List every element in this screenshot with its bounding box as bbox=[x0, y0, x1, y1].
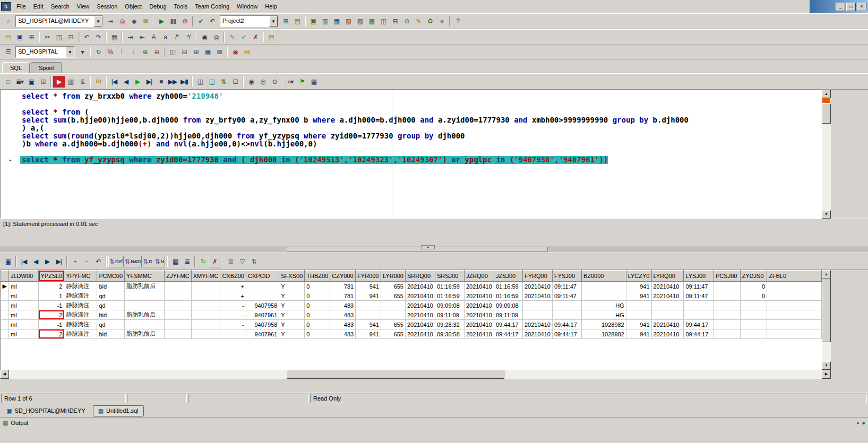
cell-bz0000[interactable]: 1028982 bbox=[581, 320, 626, 329]
cell-sfxs00[interactable]: Y bbox=[279, 329, 305, 339]
cell-xmyfmc[interactable] bbox=[191, 329, 220, 339]
cell-pcmc00[interactable]: qd bbox=[97, 291, 125, 301]
first-record-icon[interactable]: |◀ bbox=[18, 256, 30, 267]
project-combo[interactable]: Project2 ▼ bbox=[220, 15, 278, 27]
log-on-icon[interactable]: ⇥ bbox=[105, 15, 116, 27]
paste-icon[interactable]: ⊡ bbox=[65, 31, 76, 43]
session-icon[interactable]: ⌂ bbox=[2, 15, 14, 27]
cell-lysj00[interactable]: 09:44:17 bbox=[684, 329, 714, 339]
last-record-icon[interactable]: ▶| bbox=[53, 256, 65, 267]
new-explain-plan-icon[interactable]: ▩ bbox=[366, 15, 377, 27]
cell-lyrq00[interactable] bbox=[651, 301, 684, 310]
cell-lyrq00[interactable] bbox=[651, 310, 684, 320]
menu-session[interactable]: Session bbox=[93, 1, 121, 12]
object-browser-icon[interactable]: ◆ bbox=[128, 15, 140, 27]
cell-pcsj00[interactable] bbox=[714, 329, 741, 339]
cell-czy000[interactable]: 781 bbox=[330, 291, 356, 301]
undo-icon[interactable]: ↶ bbox=[81, 31, 92, 43]
cell-jzrq00[interactable]: 20210410 bbox=[464, 329, 494, 339]
cell-yfsmmc[interactable]: 脂肪乳前后 bbox=[125, 310, 165, 320]
cell-fyr000[interactable]: 941 bbox=[356, 320, 381, 329]
cell-lysj00[interactable]: 09:11:47 bbox=[684, 282, 714, 291]
toggle-def-button[interactable]: ⇅Def bbox=[108, 256, 124, 267]
cell-lyczy0[interactable] bbox=[626, 301, 651, 310]
cell-jzrq00[interactable]: 20210410 bbox=[464, 320, 494, 329]
cell-jzrq00[interactable]: 20210410 bbox=[464, 291, 494, 301]
cell-fyr000[interactable]: 941 bbox=[356, 329, 381, 339]
cell-xmyfmc[interactable] bbox=[191, 291, 220, 301]
cell-ypyfmc[interactable]: 静脉滴注 bbox=[64, 301, 97, 310]
cell-pcsj00[interactable] bbox=[714, 310, 741, 320]
cell-ypyfmc[interactable]: 静脉滴注 bbox=[64, 320, 97, 329]
cell-fysj00[interactable]: 09:44:17 bbox=[552, 320, 581, 329]
cell-jzsj00[interactable]: 09:44:17 bbox=[494, 320, 522, 329]
cell-bz0000[interactable] bbox=[581, 282, 626, 291]
grid-hscrollbar[interactable]: ◀ ▶ bbox=[0, 370, 831, 379]
recycle-bin-icon[interactable]: ♻ bbox=[424, 15, 436, 27]
notification-icon[interactable]: ▪ bbox=[857, 420, 859, 426]
row-selector[interactable] bbox=[1, 320, 9, 329]
column-header-lysj00[interactable]: LYSJ00 bbox=[684, 271, 714, 282]
cell-jzsj00[interactable]: 01:16:59 bbox=[494, 291, 522, 301]
cell-thbz00[interactable]: 0 bbox=[305, 320, 330, 329]
cell-fysj00[interactable]: 09:11:47 bbox=[552, 282, 581, 291]
column-header-srrq00[interactable]: SRRQ00 bbox=[405, 271, 435, 282]
cell-zfbl0[interactable] bbox=[767, 282, 822, 291]
column-header-cxbz00[interactable]: CXBZ00 bbox=[220, 271, 246, 282]
cell-jzsj00[interactable]: 09:44:17 bbox=[494, 329, 522, 339]
cell-jldw00[interactable]: ml bbox=[8, 320, 38, 329]
connection-combo[interactable]: SD_HOSPITAL@MHDEYY ▼ bbox=[15, 15, 103, 27]
cell-cxpcid[interactable]: 9407958 bbox=[246, 320, 279, 329]
column-header-bz0000[interactable]: BZ0000 bbox=[581, 271, 626, 282]
query-builder-icon[interactable]: ⊟ bbox=[389, 15, 401, 27]
cell-bz0000[interactable]: HG bbox=[581, 301, 626, 310]
diagram-window-icon[interactable]: ◫ bbox=[377, 15, 389, 27]
output-bar[interactable]: ▦ Output ▪ ● bbox=[0, 417, 868, 428]
sort-icon[interactable]: ⇅ bbox=[248, 256, 260, 267]
drop-object-icon[interactable]: ⊖ bbox=[151, 46, 162, 58]
cell-cxbz00[interactable]: - bbox=[220, 329, 246, 339]
grid-vscrollbar[interactable]: ▲ ▼ bbox=[822, 270, 831, 370]
cell-cxbz00[interactable]: + bbox=[220, 291, 246, 301]
cell-srsj00[interactable]: 09:09:08 bbox=[435, 301, 464, 310]
cell-fyr000[interactable] bbox=[356, 301, 381, 310]
cell-yfsmmc[interactable] bbox=[125, 301, 165, 310]
sessions-icon[interactable]: ▥ bbox=[65, 76, 76, 88]
column-header-cxpcid[interactable]: CXPCID bbox=[246, 271, 279, 282]
cell-sfxs00[interactable]: Y bbox=[279, 301, 305, 310]
editor-vscroll-track[interactable] bbox=[822, 98, 831, 210]
cell-lyr000[interactable]: 655 bbox=[381, 320, 406, 329]
toggle-d-button[interactable]: ⇅D bbox=[142, 256, 153, 267]
cell-jldw00[interactable]: ml bbox=[8, 282, 38, 291]
cell-thbz00[interactable]: 0 bbox=[305, 282, 330, 291]
scroll-left-icon[interactable]: ◀ bbox=[0, 370, 9, 379]
cell-lyrq00[interactable]: 20210410 bbox=[651, 329, 684, 339]
cell-thbz00[interactable]: 0 bbox=[305, 310, 330, 320]
cell-pcsj00[interactable] bbox=[714, 282, 741, 291]
open-project-icon[interactable]: ▤ bbox=[291, 15, 303, 27]
compile-debug-icon[interactable]: ↓ bbox=[127, 46, 139, 58]
cell-yfsmmc[interactable]: 脂肪乳前后 bbox=[125, 329, 165, 339]
row-selector[interactable]: ▶ bbox=[1, 282, 9, 291]
grid-hscroll-track[interactable] bbox=[9, 370, 822, 379]
cell-cxpcid[interactable] bbox=[246, 291, 279, 301]
cell-xmyfmc[interactable] bbox=[191, 320, 220, 329]
cell-cxbz00[interactable]: - bbox=[220, 310, 246, 320]
comment-icon[interactable]: /* bbox=[171, 31, 183, 43]
menu-object[interactable]: Object bbox=[121, 1, 145, 12]
cell-pcsj00[interactable] bbox=[714, 291, 741, 301]
commit-icon[interactable]: ✔ bbox=[195, 15, 207, 27]
search-icon[interactable]: ⊙ bbox=[269, 76, 280, 88]
close-button[interactable]: × bbox=[857, 3, 866, 11]
column-header-fyr000[interactable]: FYR000 bbox=[356, 271, 381, 282]
export-result-icon[interactable]: ⇅ bbox=[218, 76, 229, 88]
tray-icon[interactable]: ● bbox=[862, 420, 865, 426]
column-header-jzrq00[interactable]: JZRQ00 bbox=[464, 271, 494, 282]
rollback-icon[interactable]: ↶ bbox=[207, 15, 218, 27]
session-info-icon[interactable]: ◉ bbox=[229, 46, 241, 58]
cell-ypzsl0[interactable]: -1 bbox=[39, 320, 64, 329]
execute-icon[interactable]: ▶ bbox=[53, 76, 65, 88]
splitter-collapse-icon[interactable]: ▲ bbox=[421, 245, 435, 249]
cell-lyczy0[interactable]: 941 bbox=[626, 329, 651, 339]
cell-zfbl0[interactable] bbox=[767, 301, 822, 310]
